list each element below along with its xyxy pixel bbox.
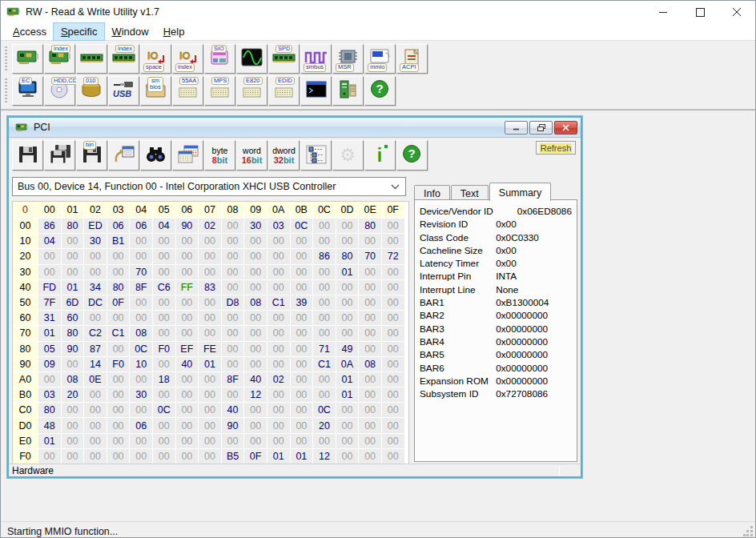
hex-cell[interactable]: 00 [62, 403, 84, 417]
hex-cell[interactable]: 01 [267, 449, 290, 464]
hex-cell[interactable]: 00 [153, 234, 175, 248]
hex-cell[interactable]: 00 [382, 403, 404, 417]
hex-cell[interactable]: 12 [313, 449, 336, 464]
hex-cell[interactable]: 09 [38, 357, 61, 371]
hex-cell[interactable]: 00 [359, 342, 381, 356]
hex-cell[interactable]: 00 [359, 449, 381, 464]
hex-cell[interactable]: 30 [130, 387, 152, 402]
hex-cell[interactable]: 00 [130, 311, 152, 325]
hex-cell[interactable]: 00 [359, 326, 381, 340]
hex-cell[interactable]: 00 [336, 418, 359, 432]
hex-cell[interactable]: 00 [130, 249, 152, 263]
hex-cell[interactable]: 00 [107, 418, 130, 432]
hex-cell[interactable]: 00 [153, 265, 175, 279]
clock-generator-button[interactable] [236, 44, 267, 74]
hex-cell[interactable]: 01 [336, 372, 359, 387]
close-button[interactable] [718, 1, 755, 23]
hex-cell[interactable]: 00 [244, 357, 267, 371]
hex-cell[interactable]: 01 [199, 357, 221, 371]
hex-cell[interactable]: C1 [267, 295, 290, 310]
hex-cell[interactable]: 86 [313, 249, 336, 263]
hex-cell[interactable]: 00 [62, 418, 84, 432]
hex-cell[interactable]: 00 [359, 403, 381, 417]
55aa-button[interactable]: 55AA [172, 76, 203, 106]
hex-cell[interactable]: 05 [38, 342, 61, 356]
hex-cell[interactable]: 00 [291, 403, 313, 417]
hex-cell[interactable]: 00 [244, 234, 267, 248]
hex-cell[interactable]: 00 [176, 234, 199, 248]
hex-cell[interactable]: 00 [382, 434, 404, 448]
hex-cell[interactable]: 04 [153, 219, 175, 233]
smbus-button[interactable]: smbus [300, 44, 332, 74]
hex-cell[interactable]: 00 [222, 357, 244, 371]
hex-cell[interactable]: 80 [359, 219, 381, 233]
hex-cell[interactable]: 30 [84, 234, 107, 248]
hex-cell[interactable]: 00 [382, 265, 404, 279]
hex-cell[interactable]: 00 [153, 418, 175, 432]
hex-cell[interactable]: 00 [244, 326, 267, 340]
hex-cell[interactable]: 00 [62, 234, 84, 248]
mps-button[interactable]: MPS [204, 76, 235, 106]
hex-cell[interactable]: 00 [382, 372, 404, 387]
pci-title-bar[interactable]: 6"> PCI [9, 118, 581, 138]
hex-cell[interactable]: 02 [199, 219, 221, 233]
hex-cell[interactable]: 00 [244, 249, 267, 263]
hex-cell[interactable]: 01 [291, 449, 313, 464]
hex-cell[interactable]: 00 [38, 265, 61, 279]
hex-cell[interactable]: 0C [291, 219, 313, 233]
hex-cell[interactable]: 08 [244, 295, 267, 310]
hex-cell[interactable]: 00 [199, 372, 221, 387]
hex-cell[interactable]: 00 [222, 311, 244, 325]
toolbar-grip[interactable] [5, 78, 7, 102]
hex-cell[interactable]: 00 [359, 434, 381, 448]
hex-cell[interactable]: 00 [199, 265, 221, 279]
hex-cell[interactable]: 00 [62, 357, 84, 371]
hex-cell[interactable]: F0 [107, 357, 130, 371]
devices-button[interactable] [332, 76, 364, 106]
edid-button[interactable]: EDID [268, 76, 300, 106]
pci-minimize-button[interactable] [505, 121, 528, 134]
hex-cell[interactable]: 08 [62, 372, 84, 387]
command-window-button[interactable] [300, 76, 332, 106]
hex-cell[interactable]: 00 [130, 372, 152, 387]
hex-cell[interactable]: 00 [313, 387, 336, 402]
hex-cell[interactable]: 00 [291, 280, 313, 295]
hex-cell[interactable]: 00 [153, 295, 175, 310]
hex-cell[interactable]: 00 [382, 234, 404, 248]
hex-cell[interactable]: 00 [313, 234, 336, 248]
hex-cell[interactable]: 6D [62, 295, 84, 310]
hex-cell[interactable]: 00 [199, 326, 221, 340]
hex-cell[interactable]: 00 [267, 403, 290, 417]
hex-cell[interactable]: 00 [336, 295, 359, 310]
hex-cell[interactable]: 00 [267, 387, 290, 402]
disk-sector-button[interactable]: 010 [76, 76, 107, 106]
hex-cell[interactable]: 00 [313, 295, 336, 310]
hex-cell[interactable]: 00 [267, 357, 290, 371]
hex-cell[interactable]: C6 [153, 280, 175, 295]
tab-info[interactable]: Info [414, 185, 450, 201]
hex-cell[interactable]: 00 [199, 418, 221, 432]
hex-cell[interactable]: 90 [62, 342, 84, 356]
hex-cell[interactable]: 00 [176, 434, 199, 448]
hex-cell[interactable]: 06 [130, 219, 152, 233]
hex-cell[interactable]: 00 [176, 295, 199, 310]
hex-cell[interactable]: 00 [176, 326, 199, 340]
hex-cell[interactable]: 71 [313, 342, 336, 356]
hex-cell[interactable]: 00 [107, 403, 130, 417]
hex-cell[interactable]: 00 [222, 387, 244, 402]
hex-cell[interactable]: 0E [84, 372, 107, 387]
fill-button[interactable] [172, 140, 203, 171]
about-button[interactable]: ? [364, 76, 396, 106]
hex-cell[interactable]: 00 [84, 449, 107, 464]
hex-cell[interactable]: 00 [38, 249, 61, 263]
hex-cell[interactable]: 00 [382, 342, 404, 356]
hex-cell[interactable]: 00 [267, 342, 290, 356]
hex-cell[interactable]: 08 [359, 357, 381, 371]
hex-cell[interactable]: 00 [359, 387, 381, 402]
hex-cell[interactable]: 30 [244, 219, 267, 233]
word-mode-button[interactable]: word16bit [236, 140, 267, 171]
hex-cell[interactable]: 0C [313, 403, 336, 417]
load-button[interactable] [108, 140, 139, 171]
find-button[interactable] [140, 140, 171, 171]
hex-cell[interactable]: 06 [130, 418, 152, 432]
